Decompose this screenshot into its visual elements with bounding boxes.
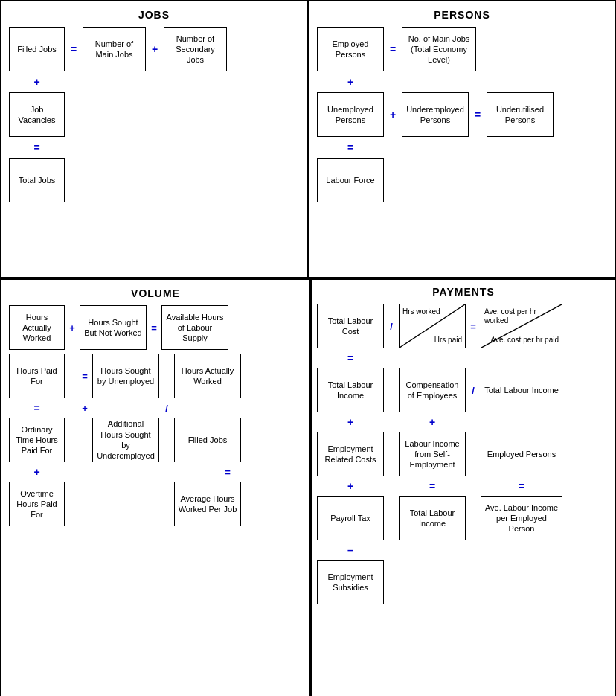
avg-hours-box: Average Hours Worked Per Job [174,482,241,526]
payments-quadrant: PAYMENTS Total Labour Cost / Hrs worked … [312,280,615,696]
ave-labour-income-box: Ave. Labour Income per Employed Person [481,496,562,540]
jobs-row5: Total Jobs [9,158,299,202]
hours-sought-unemployed-box: Hours Sought by Unemployed [92,354,159,398]
ave-cost-diag-box: Ave. cost per hr worked Ave. cost per hr… [481,304,562,348]
pay-div2: / [468,385,478,396]
pay-row6: + = = [317,480,610,492]
vol-plus1: + [67,322,77,333]
ave-cost-hr-paid-label: Ave. cost per hr paid [490,336,559,345]
vol-div1: / [161,403,172,414]
hours-actually-worked2-box: Hours Actually Worked [174,354,241,398]
labour-force-box: Labour Force [317,158,384,202]
compensation-employees-box: Compensation of Employees [399,368,466,412]
pay-eq4: = [399,480,466,492]
vol-row3: = + / [9,402,302,414]
payroll-tax-box: Payroll Tax [317,496,384,540]
pay-row1: Total Labour Cost / Hrs worked Hrs paid … [317,304,610,348]
employed-persons-pay-box: Employed Persons [481,432,562,476]
available-hours-box: Available Hours of Labour Supply [161,305,228,350]
persons-plus2: + [387,109,399,121]
persons-title: PERSONS [317,9,607,21]
persons-row2: + [317,76,607,88]
plus-op1: + [149,43,161,55]
filled-jobs-vol-box: Filled Jobs [174,418,241,462]
total-labour-income3-box: Total Labour Income [399,496,466,540]
pay-plus4: + [317,480,384,492]
pay-eq2: = [317,352,384,364]
persons-row4: = [317,141,607,153]
unemployed-persons-box: Unemployed Persons [317,92,384,137]
pay-row2: = [317,352,610,364]
vol-eq2: = [80,371,90,382]
volume-quadrant: VOLUME Hours Actually Worked + Hours Sou… [1,280,312,696]
total-labour-income2-box: Total Labour Income [481,368,562,412]
total-labour-income-box: Total Labour Income [317,368,384,412]
additional-hours-box: Additional Hours Sought by Underemployed [92,418,159,462]
persons-row1: Employed Persons = No. of Main Jobs (Tot… [317,27,607,71]
pay-plus1: + [317,416,384,428]
pay-row8: – [317,544,610,556]
ordinary-time-box: Ordinary Time Hours Paid For [9,418,65,462]
vol-row5: + = [9,466,302,478]
employment-subsidies-box: Employment Subsidies [317,560,384,604]
volume-title: VOLUME [9,287,302,299]
hours-sought-not-worked-box: Hours Sought But Not Worked [80,305,147,350]
persons-eq1: = [387,43,399,55]
employed-persons-box: Employed Persons [317,27,384,71]
vol-row4: Ordinary Time Hours Paid For Additional … [9,418,302,462]
plus-op2: + [9,76,65,88]
job-vacancies-box: Job Vacancies [9,92,65,137]
payments-title: PAYMENTS [317,286,610,298]
pay-row9: Employment Subsidies [317,560,610,604]
persons-row5: Labour Force [317,158,607,202]
overtime-hours-box: Overtime Hours Paid For [9,482,65,526]
persons-row3: Unemployed Persons + Underemployed Perso… [317,92,607,137]
jobs-row4: = [9,141,299,153]
pay-row5: Employment Related Costs Labour Income f… [317,432,610,476]
bottom-row: VOLUME Hours Actually Worked + Hours Sou… [1,280,615,696]
hrs-worked-label: Hrs worked [402,307,440,316]
labour-income-self-box: Labour Income from Self-Employment [399,432,466,476]
vol-plus4: + [9,466,65,478]
jobs-row1: Filled Jobs = Number of Main Jobs + Numb… [9,27,299,71]
vol-eq3: = [9,402,65,414]
hours-paid-for-box: Hours Paid For [9,354,65,398]
total-labour-cost-box: Total Labour Cost [317,304,384,348]
employment-related-costs-box: Employment Related Costs [317,432,384,476]
underemployed-persons-box: Underemployed Persons [402,92,469,137]
vol-row6: Overtime Hours Paid For Average Hours Wo… [9,482,302,526]
pay-row4: + + [317,416,610,428]
jobs-quadrant: JOBS Filled Jobs = Number of Main Jobs +… [1,1,309,277]
pay-minus1: – [317,544,384,556]
hrs-paid-label: Hrs paid [434,336,462,345]
eq-op2: = [9,141,65,153]
vol-eq1: = [149,322,159,333]
pay-eq5: = [481,480,562,492]
main-container: JOBS Filled Jobs = Number of Main Jobs +… [0,0,616,696]
hrs-diag-box: Hrs worked Hrs paid [399,304,466,348]
ave-cost-hr-worked-label: Ave. cost per hr worked [484,307,562,325]
hours-actually-worked-box: Hours Actually Worked [9,305,65,350]
vol-row1: Hours Actually Worked + Hours Sought But… [9,305,302,350]
jobs-row3: Job Vacancies [9,92,299,137]
pay-row3: Total Labour Income Compensation of Empl… [317,368,610,412]
number-secondary-jobs-box: Number of Secondary Jobs [164,27,227,71]
vol-eq4: = [222,467,233,478]
pay-row7: Payroll Tax Total Labour Income Ave. Lab… [317,496,610,540]
jobs-title: JOBS [9,9,299,21]
pay-eq1: = [468,321,478,332]
eq-op1: = [68,43,80,55]
jobs-row2: + [9,76,299,88]
persons-eq2: = [472,109,484,121]
top-row: JOBS Filled Jobs = Number of Main Jobs +… [1,1,615,280]
total-jobs-box: Total Jobs [9,158,65,202]
number-main-jobs-box: Number of Main Jobs [83,27,146,71]
persons-plus1: + [317,76,384,88]
persons-quadrant: PERSONS Employed Persons = No. of Main J… [309,1,615,277]
no-main-jobs-box: No. of Main Jobs (Total Economy Level) [402,27,476,71]
persons-eq3: = [317,141,384,153]
pay-div1: / [386,321,397,332]
vol-plus3: + [80,403,90,414]
vol-row2: Hours Paid For = Hours Sought by Unemplo… [9,354,302,398]
underutilised-persons-box: Underutilised Persons [487,92,554,137]
